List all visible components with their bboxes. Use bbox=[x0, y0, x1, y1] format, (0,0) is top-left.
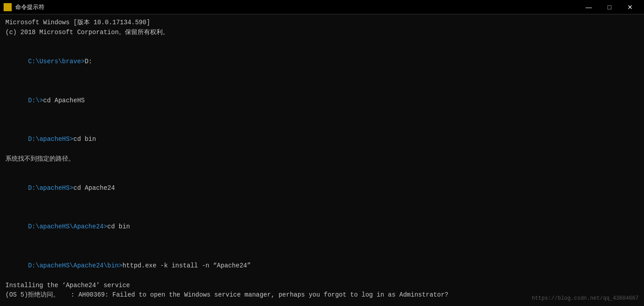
cmd-icon: C:\ bbox=[4, 3, 12, 11]
line-9: 系统找不到指定的路径。 bbox=[5, 154, 639, 164]
line-5 bbox=[5, 76, 639, 86]
line-2: (c) 2018 Microsoft Corporation。保留所有权利。 bbox=[5, 28, 639, 38]
cmd-6: httpd.exe -k install -n “Apache24” bbox=[122, 262, 251, 269]
line-1: Microsoft Windows [版本 10.0.17134.590] bbox=[5, 18, 639, 28]
terminal-body[interactable]: Microsoft Windows [版本 10.0.17134.590] (c… bbox=[0, 14, 644, 306]
prompt-4: D:\apacheHS> bbox=[28, 184, 73, 192]
line-6: D:\>cd ApacheHS bbox=[5, 86, 639, 115]
prompt-5: D:\apacheHS\Apache24> bbox=[28, 223, 107, 230]
cmd-4: cd Apache24 bbox=[73, 184, 115, 192]
cmd-2: cd ApacheHS bbox=[43, 97, 84, 104]
title-bar: C:\ 命令提示符 — □ ✕ bbox=[0, 0, 644, 14]
close-button[interactable]: ✕ bbox=[620, 0, 640, 14]
prompt-2: D:\> bbox=[28, 97, 43, 104]
cmd-1: D: bbox=[84, 58, 92, 65]
cmd-5: cd bin bbox=[107, 223, 130, 230]
line-16: Installing the ‘Apache24’ service bbox=[5, 281, 639, 291]
maximize-button[interactable]: □ bbox=[599, 0, 620, 14]
line-4: C:\Users\brave>D: bbox=[5, 47, 639, 76]
line-12 bbox=[5, 203, 639, 213]
title-bar-left: C:\ 命令提示符 bbox=[4, 3, 44, 11]
terminal-window: C:\ 命令提示符 — □ ✕ Microsoft Windows [版本 10… bbox=[0, 0, 644, 306]
line-11: D:\apacheHS>cd Apache24 bbox=[5, 174, 639, 203]
line-15: D:\apacheHS\Apache24\bin>httpd.exe -k in… bbox=[5, 252, 639, 281]
line-7 bbox=[5, 115, 639, 125]
line-13: D:\apacheHS\Apache24>cd bin bbox=[5, 213, 639, 242]
cmd-3: cd bin bbox=[73, 136, 96, 143]
window-title: 命令提示符 bbox=[15, 3, 44, 11]
minimize-button[interactable]: — bbox=[578, 0, 599, 14]
line-8: D:\apacheHS>cd bin bbox=[5, 125, 639, 154]
line-14 bbox=[5, 242, 639, 252]
prompt-3: D:\apacheHS> bbox=[28, 136, 73, 143]
prompt-6: D:\apacheHS\Apache24\bin> bbox=[28, 262, 122, 269]
line-10 bbox=[5, 164, 639, 174]
window-controls: — □ ✕ bbox=[578, 0, 640, 14]
watermark: https://blog.csdn.net/qq_43604667 bbox=[532, 295, 639, 302]
line-3 bbox=[5, 37, 639, 47]
prompt-1: C:\Users\brave> bbox=[28, 58, 84, 65]
